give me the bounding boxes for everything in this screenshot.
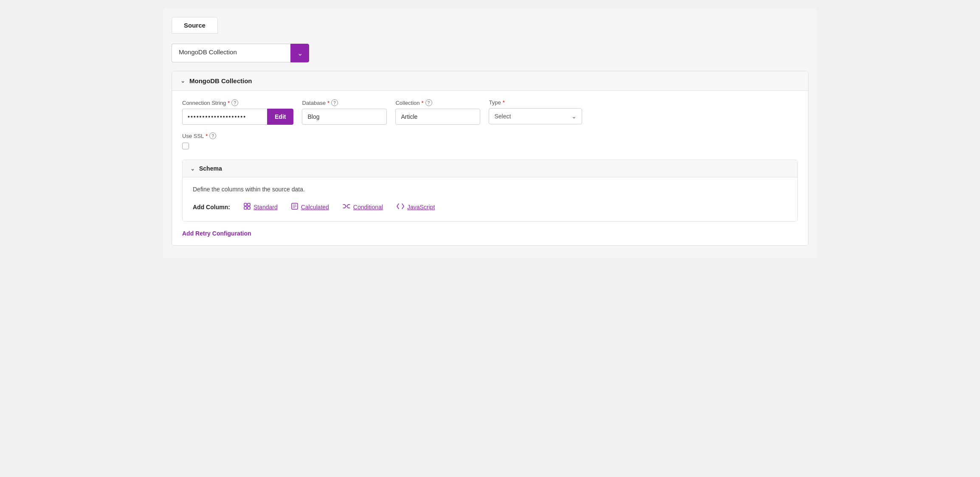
database-group: Database * ? bbox=[302, 99, 387, 125]
page-container: Source MongoDB Collection ⌄ ⌄ MongoDB Co… bbox=[163, 8, 817, 258]
source-dropdown-row: MongoDB Collection ⌄ bbox=[172, 44, 808, 62]
mongodb-section-title: MongoDB Collection bbox=[189, 77, 252, 84]
svg-rect-2 bbox=[244, 207, 247, 209]
required-star: * bbox=[206, 133, 208, 139]
svg-rect-3 bbox=[248, 207, 250, 209]
mongodb-section-header[interactable]: ⌄ MongoDB Collection bbox=[172, 71, 808, 91]
collection-group: Collection * ? bbox=[395, 99, 480, 125]
source-type-dropdown-button[interactable]: ⌄ bbox=[290, 44, 309, 62]
connection-string-input[interactable] bbox=[182, 109, 267, 125]
database-input[interactable] bbox=[302, 109, 387, 125]
ssl-label: Use SSL * ? bbox=[182, 132, 798, 139]
schema-section-title: Schema bbox=[199, 165, 222, 172]
add-calculated-column[interactable]: Calculated bbox=[291, 203, 329, 211]
chevron-down-icon: ⌄ bbox=[297, 49, 303, 57]
schema-description: Define the columns within the source dat… bbox=[193, 186, 787, 193]
mongodb-section-body: Connection String * ? Edit Database * ? bbox=[172, 91, 808, 160]
fields-row: Connection String * ? Edit Database * ? bbox=[182, 99, 798, 125]
source-type-value: MongoDB Collection bbox=[179, 48, 237, 56]
ssl-group: Use SSL * ? bbox=[182, 132, 798, 149]
code-icon bbox=[397, 203, 404, 210]
add-column-label: Add Column: bbox=[193, 204, 230, 210]
required-star: * bbox=[422, 100, 424, 106]
svg-rect-1 bbox=[248, 203, 250, 206]
source-tab-label: Source bbox=[184, 22, 206, 29]
edit-button[interactable]: Edit bbox=[267, 109, 293, 125]
add-standard-column[interactable]: Standard bbox=[244, 203, 278, 211]
connection-string-label: Connection String * ? bbox=[182, 99, 293, 106]
calculated-label: Calculated bbox=[301, 204, 329, 210]
chevron-icon: ⌄ bbox=[180, 78, 185, 84]
schema-chevron-icon: ⌄ bbox=[190, 166, 195, 172]
shuffle-icon bbox=[343, 203, 350, 211]
schema-section-header[interactable]: ⌄ Schema bbox=[183, 160, 797, 177]
javascript-label: JavaScript bbox=[407, 204, 435, 210]
calc-icon bbox=[291, 203, 298, 211]
add-javascript-column[interactable]: JavaScript bbox=[397, 203, 435, 210]
add-retry-config[interactable]: Add Retry Configuration bbox=[172, 230, 808, 245]
type-label: Type * bbox=[489, 99, 582, 106]
required-star: * bbox=[503, 99, 505, 106]
standard-label: Standard bbox=[253, 204, 278, 210]
ssl-help-icon[interactable]: ? bbox=[209, 132, 216, 139]
schema-section-body: Define the columns within the source dat… bbox=[183, 177, 797, 221]
table-icon bbox=[244, 203, 251, 211]
conditional-label: Conditional bbox=[353, 204, 383, 210]
type-group: Type * Select ⌄ bbox=[489, 99, 582, 124]
ssl-checkbox[interactable] bbox=[182, 143, 189, 149]
required-star: * bbox=[327, 100, 329, 106]
collection-input[interactable] bbox=[395, 109, 480, 125]
svg-rect-0 bbox=[244, 203, 247, 206]
source-tab: Source bbox=[172, 17, 218, 34]
source-type-input: MongoDB Collection bbox=[172, 44, 290, 62]
collection-label: Collection * ? bbox=[395, 99, 480, 106]
connection-string-help-icon[interactable]: ? bbox=[231, 99, 238, 106]
collection-help-icon[interactable]: ? bbox=[425, 99, 432, 106]
database-label: Database * ? bbox=[302, 99, 387, 106]
add-conditional-column[interactable]: Conditional bbox=[343, 203, 383, 211]
add-column-row: Add Column: Standard bbox=[193, 203, 787, 211]
type-select-value: Select bbox=[494, 113, 511, 120]
ssl-checkbox-wrapper bbox=[182, 143, 798, 149]
connection-string-group: Connection String * ? Edit bbox=[182, 99, 293, 125]
required-star: * bbox=[228, 100, 230, 106]
connection-input-row: Edit bbox=[182, 109, 293, 125]
type-chevron-icon: ⌄ bbox=[572, 113, 577, 120]
main-card: ⌄ MongoDB Collection Connection String *… bbox=[172, 71, 808, 246]
schema-card: ⌄ Schema Define the columns within the s… bbox=[182, 160, 798, 222]
database-help-icon[interactable]: ? bbox=[331, 99, 338, 106]
type-select[interactable]: Select ⌄ bbox=[489, 108, 582, 124]
